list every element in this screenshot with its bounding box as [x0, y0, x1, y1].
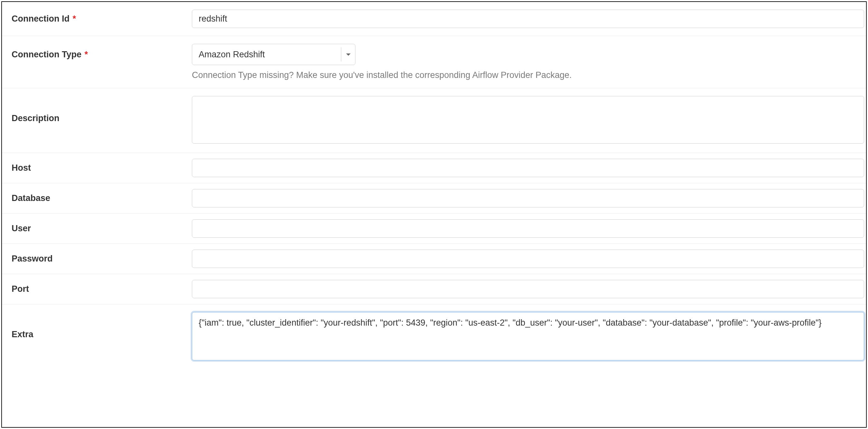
row-user: User: [2, 213, 866, 244]
select-value: Amazon Redshift: [199, 50, 265, 60]
label-port: Port: [2, 284, 192, 294]
input-col: [192, 189, 866, 207]
label-text: Port: [11, 284, 29, 294]
label-password: Password: [2, 254, 192, 264]
row-host: Host: [2, 153, 866, 183]
label-host: Host: [2, 163, 192, 173]
row-connection-type: Connection Type * Amazon Redshift Connec…: [2, 36, 866, 88]
select-display[interactable]: Amazon Redshift: [192, 44, 355, 65]
label-connection-id: Connection Id *: [2, 14, 192, 24]
connection-form: Connection Id * Connection Type * Amazon…: [1, 1, 867, 428]
label-extra: Extra: [2, 312, 192, 339]
input-col: [192, 280, 866, 298]
row-description: Description: [2, 88, 866, 153]
input-col: [192, 312, 866, 362]
row-database: Database: [2, 183, 866, 213]
label-text: Database: [11, 193, 50, 203]
input-col: [192, 159, 866, 177]
label-connection-type: Connection Type *: [2, 44, 192, 60]
label-description: Description: [2, 96, 192, 123]
extra-textarea[interactable]: [192, 312, 864, 360]
host-input[interactable]: [192, 159, 864, 177]
row-extra: Extra: [2, 304, 866, 369]
input-col: [192, 96, 866, 145]
input-col: Amazon Redshift Connection Type missing?…: [192, 44, 866, 80]
password-input[interactable]: [192, 250, 864, 268]
label-text: Connection Type: [11, 50, 82, 59]
label-text: Password: [11, 254, 53, 264]
description-textarea[interactable]: [192, 96, 864, 144]
input-col: [192, 219, 866, 238]
label-text: User: [11, 223, 31, 233]
required-asterisk: *: [85, 50, 88, 59]
connection-id-input[interactable]: [192, 10, 864, 28]
row-port: Port: [2, 274, 866, 304]
label-user: User: [2, 223, 192, 234]
label-text: Description: [11, 113, 60, 123]
row-connection-id: Connection Id *: [2, 2, 866, 36]
port-input[interactable]: [192, 280, 864, 298]
label-text: Extra: [11, 330, 33, 339]
chevron-down-icon: [346, 54, 351, 56]
label-database: Database: [2, 193, 192, 203]
row-password: Password: [2, 244, 866, 274]
connection-type-helper: Connection Type missing? Make sure you'v…: [192, 70, 864, 80]
database-input[interactable]: [192, 189, 864, 207]
label-text: Connection Id: [11, 14, 69, 24]
select-arrow-box: [341, 47, 355, 62]
user-input[interactable]: [192, 219, 864, 238]
input-col: [192, 10, 866, 28]
required-asterisk: *: [73, 14, 76, 24]
connection-type-select[interactable]: Amazon Redshift: [192, 44, 355, 65]
label-text: Host: [11, 163, 31, 173]
input-col: [192, 250, 866, 268]
